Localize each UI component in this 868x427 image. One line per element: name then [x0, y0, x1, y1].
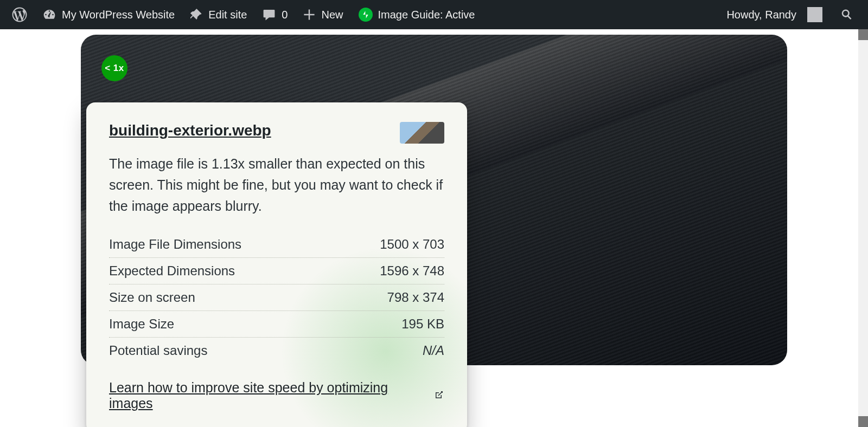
metric-value: 195 KB	[401, 316, 444, 332]
metric-row: Size on screen 798 x 374	[109, 284, 444, 311]
learn-more-link[interactable]: Learn how to improve site speed by optim…	[109, 380, 444, 411]
learn-more-text: Learn how to improve site speed by optim…	[109, 380, 428, 411]
site-title-menu[interactable]: My WordPress Website	[35, 0, 182, 29]
metric-label: Size on screen	[109, 290, 195, 305]
howdy-text: Howdy, Randy	[726, 9, 796, 21]
page-scrollbar[interactable]	[858, 29, 868, 427]
search-icon	[840, 8, 854, 22]
image-guide-menu[interactable]: Image Guide: Active	[351, 0, 483, 29]
metric-row: Image Size 195 KB	[109, 311, 444, 338]
metric-row: Expected Dimensions 1596 x 748	[109, 258, 444, 284]
plus-icon	[303, 8, 316, 21]
dashboard-icon	[42, 8, 56, 22]
metric-label: Potential savings	[109, 343, 207, 358]
site-title-text: My WordPress Website	[62, 9, 175, 21]
comments-menu[interactable]: 0	[254, 0, 295, 29]
metric-label: Image Size	[109, 316, 174, 332]
metric-label: Image File Dimensions	[109, 237, 241, 252]
edit-site-label: Edit site	[208, 9, 247, 21]
image-scale-badge[interactable]: < 1x	[101, 55, 127, 81]
popover-description: The image file is 1.13x smaller than exp…	[109, 153, 444, 216]
metric-value: 798 x 374	[387, 290, 444, 305]
metric-label: Expected Dimensions	[109, 263, 235, 279]
wp-logo-menu[interactable]	[4, 0, 35, 29]
metric-value: 1596 x 748	[380, 263, 444, 279]
comment-icon	[262, 8, 276, 22]
external-link-icon	[433, 388, 444, 404]
adminbar-search[interactable]	[830, 0, 864, 29]
edit-site-menu[interactable]: Edit site	[182, 0, 254, 29]
wordpress-logo-icon	[12, 7, 27, 22]
popover-filename-link[interactable]: building-exterior.webp	[109, 122, 271, 139]
page-body: < 1x building-exterior.webp The image fi…	[0, 29, 868, 427]
popover-thumbnail	[400, 122, 444, 144]
metric-row: Potential savings N/A	[109, 338, 444, 364]
pin-icon	[190, 8, 203, 21]
jetpack-icon	[359, 8, 373, 22]
metric-row: Image File Dimensions 1500 x 703	[109, 231, 444, 258]
metric-value: N/A	[423, 343, 444, 358]
user-avatar-icon	[807, 7, 822, 22]
hero-image: < 1x building-exterior.webp The image fi…	[81, 35, 787, 365]
scale-badge-text: < 1x	[105, 63, 124, 74]
comments-count: 0	[282, 9, 288, 21]
howdy-menu[interactable]: Howdy, Randy	[719, 0, 830, 29]
image-guide-popover: building-exterior.webp The image file is…	[86, 102, 467, 427]
new-menu[interactable]: New	[295, 0, 350, 29]
popover-metrics-table: Image File Dimensions 1500 x 703 Expecte…	[109, 231, 444, 364]
image-guide-label: Image Guide: Active	[378, 9, 475, 21]
wp-admin-bar: My WordPress Website Edit site 0 New Ima…	[0, 0, 868, 29]
metric-value: 1500 x 703	[380, 237, 444, 252]
new-label: New	[321, 9, 343, 21]
